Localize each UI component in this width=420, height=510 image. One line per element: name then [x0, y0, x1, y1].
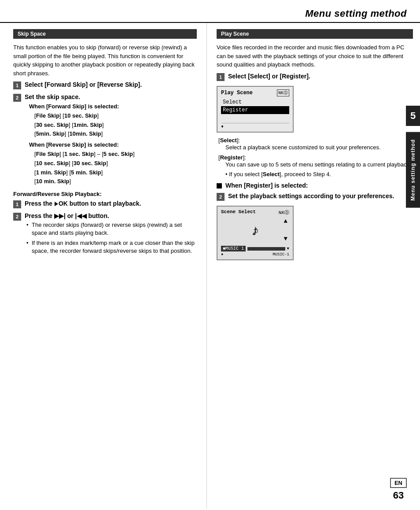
- screen1-title-row: Play Scene NK⓪: [221, 89, 289, 96]
- note-icon: [217, 183, 222, 188]
- right-step-2-content: Set the playback settings according to y…: [228, 192, 413, 201]
- ss-music-num: 1: [254, 228, 257, 234]
- screen1-title: Play Scene: [221, 90, 253, 96]
- right-step-1-title: Select [Select] or [Register].: [228, 73, 413, 80]
- side-tab-label: Menu setting method: [406, 132, 420, 208]
- page-number-area: EN 63: [390, 478, 407, 501]
- right-step-1: 1 Select [Select] or [Register].: [217, 73, 413, 81]
- step-1b: 1 Press the OK button to start playback.: [13, 200, 197, 209]
- right-column: Play Scene Voice files recorded in the r…: [207, 23, 420, 509]
- step-num-2: 2: [13, 94, 21, 102]
- step-num-1b: 1: [13, 200, 21, 208]
- register-label: [Register]:: [217, 154, 413, 161]
- screen1-badge: NK⓪: [277, 89, 289, 96]
- ss-label-row: ■MUSIC 1 ▼: [221, 246, 289, 251]
- main-content: Skip Space This function enables you to …: [0, 23, 420, 509]
- right-step-1-content: Select [Select] or [Register].: [228, 73, 413, 81]
- step-2b-content: Press the ▶▶| or |◀◀ button. The recorde…: [25, 212, 197, 257]
- right-step-num-2: 2: [217, 193, 225, 201]
- ss-footer-left: ♦: [221, 252, 223, 257]
- ss-down-arrow: ▼: [287, 247, 289, 251]
- step-num-2b: 2: [13, 213, 21, 221]
- select-label: [Select]:: [217, 137, 413, 144]
- skip-options: When [Forward Skip] is selected: [File S…: [25, 102, 197, 186]
- right-step-num-1: 1: [217, 73, 225, 81]
- when-register-heading: When [Register] is selected:: [217, 182, 413, 189]
- forward-reverse-playback-title: Forward/Reverse Skip Playback:: [13, 191, 197, 197]
- page-number: 63: [393, 490, 404, 501]
- register-section: [Register]: You can save up to 5 sets of…: [217, 154, 413, 178]
- step-2-title: Set the skip space.: [25, 93, 197, 100]
- page-title-bar: Menu setting method: [0, 0, 420, 23]
- play-scene-header: Play Scene: [217, 29, 413, 39]
- step-2b-title: Press the ▶▶| or |◀◀ button.: [25, 212, 197, 219]
- right-step-2: 2 Set the playback settings according to…: [217, 192, 413, 201]
- skip-space-intro: This function enables you to skip (forwa…: [13, 43, 197, 78]
- ss-title: Scene Select: [221, 209, 256, 216]
- register-note: • If you select [Select], proceed to Ste…: [217, 170, 413, 178]
- chapter-number: 5: [406, 106, 420, 126]
- ss-badge: NK⓪: [279, 209, 289, 216]
- page-title: Menu setting method: [13, 8, 407, 19]
- ss-arrow-down: ▼: [284, 235, 287, 242]
- ss-bar: [247, 247, 285, 251]
- screen1-item-register: Register: [221, 106, 289, 114]
- ss-footer: ♦ MUSIC-1: [221, 252, 289, 257]
- step-2-content: Set the skip space. When [Forward Skip] …: [25, 93, 197, 186]
- step-1b-content: Press the OK button to start playback.: [25, 200, 197, 209]
- register-desc: You can save up to 5 sets of menu settin…: [217, 161, 413, 169]
- skip-space-header: Skip Space: [13, 29, 197, 39]
- step-num-1: 1: [13, 81, 21, 89]
- bullet-1: The recorder skips (forward) or reverse …: [25, 221, 197, 237]
- ss-arrow-up: ▲: [284, 218, 287, 225]
- bullet-2: If there is an index mark/temp mark or a…: [25, 239, 197, 255]
- ss-title-row: Scene Select NK⓪: [221, 209, 289, 216]
- device-screen-1: Play Scene NK⓪ Select Register ♦: [217, 86, 294, 133]
- select-desc: Select a playback scene customized to su…: [217, 144, 413, 152]
- lang-badge: EN: [390, 478, 407, 488]
- step-2b: 2 Press the ▶▶| or |◀◀ button. The recor…: [13, 212, 197, 257]
- ss-icon-area: ▲ ♪ 1 ▼: [221, 218, 289, 244]
- step-1-skip: 1 Select [Forward Skip] or [Reverse Skip…: [13, 81, 197, 90]
- play-scene-intro: Voice files recorded in the recorder and…: [217, 43, 413, 69]
- step-1-content: Select [Forward Skip] or [Reverse Skip].: [25, 81, 197, 90]
- select-section: [Select]: Select a playback scene custom…: [217, 137, 413, 152]
- when-register-title: When [Register] is selected:: [225, 182, 308, 189]
- step-1b-title: Press the OK button to start playback.: [25, 200, 197, 207]
- ss-music-label: ■MUSIC 1: [221, 246, 246, 251]
- ss-footer-right: MUSIC-1: [273, 252, 289, 257]
- screen1-item-select: Select: [221, 98, 289, 106]
- step-2b-bullets: The recorder skips (forward) or reverse …: [25, 221, 197, 255]
- scene-screen: Scene Select NK⓪ ▲ ♪ 1 ▼ ■MUSIC 1 ▼ ♦ MU…: [217, 206, 294, 260]
- step-2-skip: 2 Set the skip space. When [Forward Skip…: [13, 93, 197, 186]
- screen1-footer: ♦: [221, 123, 289, 129]
- step-1-title: Select [Forward Skip] or [Reverse Skip].: [25, 81, 197, 88]
- left-column: Skip Space This function enables you to …: [0, 23, 207, 509]
- right-step-2-title: Set the playback settings according to y…: [228, 192, 413, 200]
